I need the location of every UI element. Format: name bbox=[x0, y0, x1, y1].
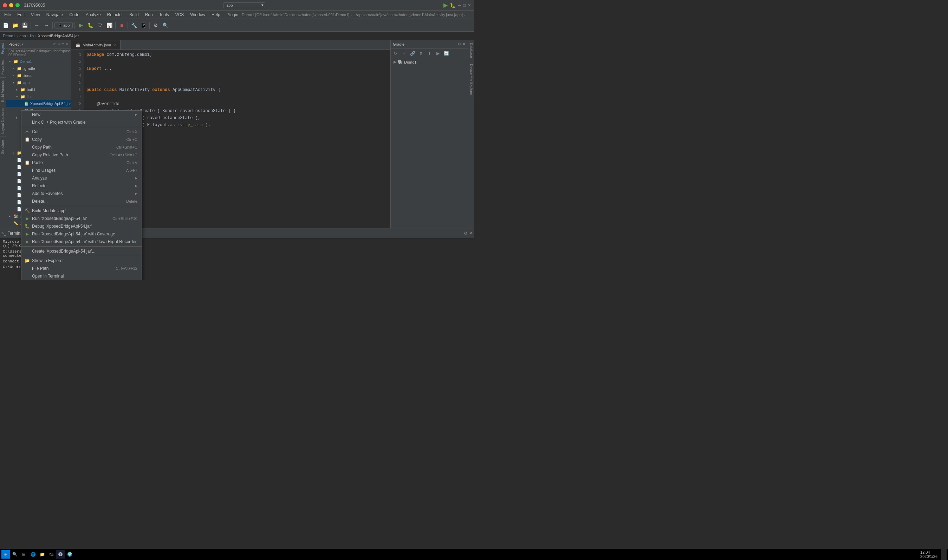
run-configuration-selector[interactable]: app bbox=[223, 3, 265, 8]
ctx-refactor[interactable]: Refactor bbox=[22, 182, 142, 190]
database-tab[interactable]: Database bbox=[468, 40, 474, 61]
breadcrumb-lib[interactable]: lib bbox=[30, 34, 34, 38]
ctx-copy[interactable]: 📋 Copy Ctrl+C bbox=[22, 135, 142, 143]
debug-toolbar-btn[interactable]: 🐛 bbox=[86, 21, 94, 29]
minimize-button[interactable] bbox=[9, 3, 13, 8]
search-everywhere-btn[interactable]: 🔍 bbox=[161, 21, 169, 29]
sdk-manager-btn[interactable]: 🔧 bbox=[130, 21, 138, 29]
favorites-tab[interactable]: Favorites bbox=[0, 57, 6, 77]
ctx-link-cpp[interactable]: Link C++ Project with Gradle bbox=[22, 118, 142, 126]
close-panel-icon[interactable]: ✕ bbox=[66, 42, 69, 46]
run-toolbar-btn[interactable]: ▶ bbox=[77, 21, 85, 29]
save-btn[interactable]: 💾 bbox=[20, 21, 29, 29]
coverage-btn[interactable]: 🛡 bbox=[95, 21, 104, 29]
gradle-expand-btn[interactable]: ⬆ bbox=[417, 50, 425, 57]
gradle-panel: Gradle ⚙ ✕ ⟳ + 🔗 ⬆ ⬇ ▶ 🔄 ▶ 🐘 Demo1 bbox=[390, 40, 468, 228]
menu-tools[interactable]: Tools bbox=[156, 12, 172, 18]
tab-close-btn[interactable]: ✕ bbox=[113, 43, 116, 47]
ctx-analyze[interactable]: Analyze bbox=[22, 174, 142, 182]
ctx-add-favorites[interactable]: Add to Favorites bbox=[22, 190, 142, 197]
device-file-tab[interactable]: Device File Explorer bbox=[468, 61, 474, 98]
close-button[interactable] bbox=[3, 3, 7, 8]
collapse-icon[interactable]: ≡ bbox=[62, 42, 64, 46]
run-config-toolbar[interactable]: 📱 app bbox=[54, 22, 73, 28]
maximize-button[interactable] bbox=[15, 3, 20, 8]
gradle-settings-icon[interactable]: ⚙ bbox=[457, 42, 461, 46]
ctx-find-usages[interactable]: Find Usages Alt+F7 bbox=[22, 166, 142, 174]
menu-help[interactable]: Help bbox=[209, 12, 223, 18]
gradle-sync-btn[interactable]: ⟳ bbox=[392, 50, 399, 57]
menu-vcs[interactable]: VCS bbox=[172, 12, 187, 18]
bottom-close-icon[interactable]: ✕ bbox=[469, 231, 472, 236]
sync-icon[interactable]: ⟳ bbox=[53, 42, 56, 46]
ctx-create-jar[interactable]: Create 'XposedBridgeApi-54.jar'... bbox=[22, 247, 142, 255]
ctx-show-explorer[interactable]: 📂 Show in Explorer bbox=[22, 257, 142, 265]
ctx-paste[interactable]: 📋 Paste Ctrl+V bbox=[22, 159, 142, 166]
build-variants-tab[interactable]: Build Variants bbox=[0, 77, 6, 105]
gradle-collapse-btn[interactable]: ⬇ bbox=[426, 50, 433, 57]
ctx-build-module[interactable]: 🔨 Build Module 'app' bbox=[22, 207, 142, 215]
run-coverage-icon: ▶ bbox=[24, 231, 30, 237]
menu-file[interactable]: File bbox=[2, 12, 14, 18]
forward-btn[interactable]: → bbox=[42, 21, 51, 29]
new-file-btn[interactable]: 📄 bbox=[2, 21, 10, 29]
ctx-debug-jar[interactable]: 🐛 Debug 'XposedBridgeApi-54.jar' bbox=[22, 222, 142, 230]
ctx-file-path[interactable]: File Path Ctrl+Alt+F12 bbox=[22, 265, 142, 272]
menu-window[interactable]: Window bbox=[187, 12, 208, 18]
debug-button[interactable]: 🐛 bbox=[450, 3, 456, 8]
ctx-copy-rel-path[interactable]: Copy Relative Path Ctrl+Alt+Shift+C bbox=[22, 151, 142, 159]
breadcrumb-jar[interactable]: XposedBridgeApi-54.jar bbox=[38, 34, 79, 38]
menu-edit[interactable]: Edit bbox=[14, 12, 28, 18]
structure-tab[interactable]: Structure bbox=[0, 137, 6, 157]
ctx-copy-path[interactable]: Copy Path Ctrl+Shift+C bbox=[22, 143, 142, 151]
gradle-demo1[interactable]: ▶ 🐘 Demo1 bbox=[394, 60, 465, 64]
run-button[interactable]: ▶ bbox=[443, 2, 448, 8]
menu-view[interactable]: View bbox=[28, 12, 43, 18]
ctx-new[interactable]: New bbox=[22, 111, 142, 118]
ctx-file-path-shortcut: Ctrl+Alt+F12 bbox=[115, 266, 137, 271]
breadcrumb-app[interactable]: app bbox=[19, 34, 26, 38]
menu-code[interactable]: Code bbox=[66, 12, 82, 18]
tree-app[interactable]: ▾📁app bbox=[6, 79, 71, 86]
menu-navigate[interactable]: Navigate bbox=[43, 12, 66, 18]
ctx-cut[interactable]: ✂ Cut Ctrl+X bbox=[22, 128, 142, 135]
run-config-area: app bbox=[45, 3, 443, 8]
layout-captures-tab[interactable]: Layout Captures bbox=[0, 105, 6, 136]
tree-gradle[interactable]: ▸📁.gradle bbox=[6, 65, 71, 72]
back-btn[interactable]: ← bbox=[33, 21, 41, 29]
ctx-open-terminal[interactable]: Open in Terminal bbox=[22, 272, 142, 280]
stop-btn[interactable]: ■ bbox=[117, 21, 126, 29]
profile-btn[interactable]: 📊 bbox=[105, 21, 114, 29]
ctx-run-coverage[interactable]: ▶ Run 'XposedBridgeApi-54.jar' with Cove… bbox=[22, 230, 142, 238]
gradle-close-icon[interactable]: ✕ bbox=[462, 42, 466, 46]
menu-refactor[interactable]: Refactor bbox=[105, 12, 126, 18]
menu-analyze[interactable]: Analyze bbox=[83, 12, 104, 18]
breadcrumb-demo1[interactable]: Demo1 bbox=[3, 34, 15, 38]
ctx-delete[interactable]: Delete... Delete bbox=[22, 197, 142, 205]
gradle-toggle-btn[interactable]: 🔄 bbox=[443, 50, 450, 57]
menu-build[interactable]: Build bbox=[126, 12, 142, 18]
tree-lib[interactable]: ▾📁lib bbox=[6, 93, 71, 100]
avd-manager-btn[interactable]: 📱 bbox=[139, 21, 148, 29]
menu-plugin[interactable]: Plugin bbox=[224, 12, 241, 18]
settings-btn[interactable]: ⚙ bbox=[151, 21, 160, 29]
ctx-run-flight-recorder[interactable]: ▶ Run 'XposedBridgeApi-54.jar' with 'Jav… bbox=[22, 238, 142, 246]
editor-tab-mainactivity[interactable]: ☕ MainActivity.java ✕ bbox=[71, 40, 120, 49]
tree-demo1[interactable]: ▾📁Demo1 bbox=[6, 58, 71, 65]
gear-icon[interactable]: ⚙ bbox=[57, 42, 61, 46]
tree-build[interactable]: ▸📁build bbox=[6, 86, 71, 93]
project-tab[interactable]: Project bbox=[0, 40, 6, 57]
gradle-link-btn[interactable]: 🔗 bbox=[409, 50, 416, 57]
gradle-header: Gradle ⚙ ✕ bbox=[391, 40, 468, 48]
ctx-run-jar[interactable]: ▶ Run 'XposedBridgeApi-54.jar' Ctrl+Shif… bbox=[22, 215, 142, 222]
tree-idea[interactable]: ▸📁.idea bbox=[6, 72, 71, 79]
bottom-settings-icon[interactable]: ⚙ bbox=[464, 231, 468, 236]
window-controls[interactable] bbox=[3, 3, 20, 8]
gradle-run-btn[interactable]: ▶ bbox=[434, 50, 441, 57]
menu-run[interactable]: Run bbox=[142, 12, 155, 18]
ctx-debug-jar-label: Debug 'XposedBridgeApi-54.jar' bbox=[32, 224, 137, 229]
open-btn[interactable]: 📁 bbox=[11, 21, 19, 29]
tree-jar[interactable]: 🫙XposedBridgeApi-54.jar bbox=[6, 100, 71, 107]
gradle-add-btn[interactable]: + bbox=[400, 50, 408, 57]
project-dropdown[interactable]: ▾ bbox=[22, 43, 23, 46]
